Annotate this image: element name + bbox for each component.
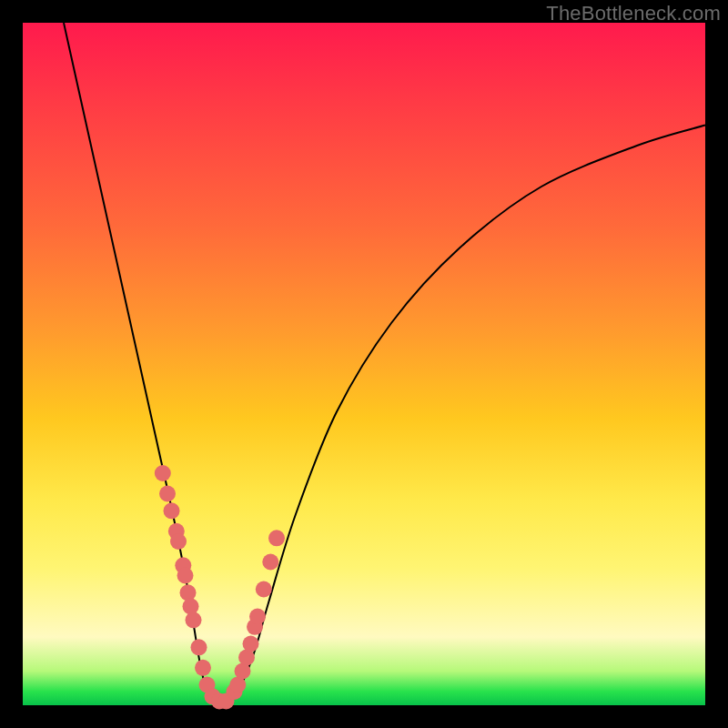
plot-area	[23, 23, 705, 705]
scatter-dot	[164, 502, 180, 519]
scatter-dot	[249, 609, 266, 625]
scatter-dot	[256, 581, 272, 598]
scatter-dot	[180, 584, 197, 601]
scatter-dot	[183, 598, 199, 614]
scatter-dot	[191, 639, 207, 655]
scatter-dot	[159, 486, 176, 502]
scatter-dot	[155, 465, 171, 481]
scatter-dot	[268, 530, 285, 546]
bottleneck-curve	[64, 23, 705, 703]
scatter-dot	[170, 533, 187, 550]
scatter-dot	[243, 636, 259, 652]
scatter-dot	[177, 568, 194, 584]
scatter-dots-group	[155, 465, 285, 710]
chart-svg	[23, 23, 705, 705]
scatter-dot	[186, 612, 202, 628]
scatter-dot	[262, 554, 278, 571]
scatter-dot	[195, 660, 211, 676]
chart-frame: TheBottleneck.com	[0, 0, 728, 728]
